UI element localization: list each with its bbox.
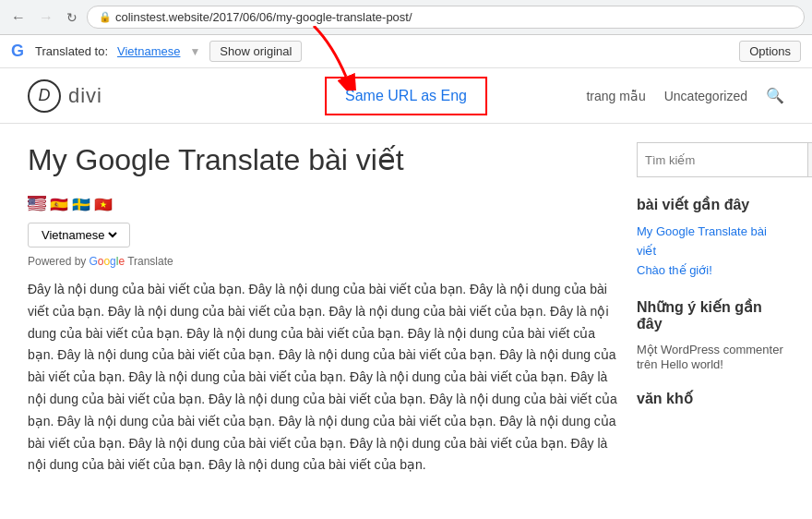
powered-by: Powered by Google Translate [28, 255, 618, 268]
content-area: My Google Translate bài viết 🇺🇸 🇪🇸 🇸🇪 🇻🇳… [28, 142, 618, 477]
recent-post-1[interactable]: My Google Translate bài viết [637, 223, 784, 261]
search-icon[interactable]: 🔍 [766, 87, 784, 104]
archives-title: văn khố [637, 390, 784, 407]
back-button[interactable]: ← [7, 7, 30, 28]
address-bar[interactable]: 🔒 colinstest.website/2017/06/06/my-googl… [87, 6, 805, 29]
translate-bar: G Translated to: Vietnamese ▼ Show origi… [0, 35, 812, 68]
powered-label: Powered by [28, 255, 86, 268]
sidebar-search-box: Tìm kiếm [637, 142, 784, 177]
site-header: D divi Same URL as Eng trang mẫu Uncateg… [0, 68, 812, 124]
archives-section: văn khố [637, 390, 784, 407]
forward-button[interactable]: → [35, 7, 57, 28]
google-brand-g: Google [89, 255, 125, 268]
recent-posts-title: bài viết gần đây [637, 196, 784, 213]
nav-trang-mau[interactable]: trang mẫu [586, 89, 645, 103]
logo-icon: D [28, 79, 61, 113]
options-button[interactable]: Options [739, 41, 801, 62]
nav-right: trang mẫu Uncategorized 🔍 [586, 87, 784, 104]
translate-label: Translate [127, 255, 173, 268]
language-selector[interactable]: Vietnamese English [38, 227, 120, 243]
sidebar: Tìm kiếm bài viết gần đây My Google Tran… [637, 142, 784, 477]
sidebar-search-button[interactable]: Tìm kiếm [808, 142, 812, 177]
logo-letter: D [39, 86, 51, 105]
flag-row: 🇺🇸 🇪🇸 🇸🇪 🇻🇳 [28, 196, 618, 209]
google-logo: G [11, 42, 24, 61]
dropdown-icon: ▼ [189, 45, 200, 58]
logo-area: D divi [28, 79, 102, 113]
browser-chrome: ← → ↻ 🔒 colinstest.website/2017/06/06/my… [0, 0, 812, 35]
translated-label: Translated to: [35, 44, 108, 58]
refresh-button[interactable]: ↻ [63, 8, 81, 27]
post-title: My Google Translate bài viết [28, 142, 618, 177]
recent-comments-title: Những ý kiến gần đây [637, 298, 784, 332]
post-body: Đây là nội dung của bài viết của bạn. Đâ… [28, 279, 618, 477]
recent-post-2[interactable]: Chào thế giới! [637, 261, 784, 281]
recent-comment-text: Một WordPress commenter trên Hello world… [637, 343, 783, 371]
main-content: My Google Translate bài viết 🇺🇸 🇪🇸 🇸🇪 🇻🇳… [0, 124, 812, 495]
recent-posts-section: bài viết gần đây My Google Translate bài… [637, 196, 784, 280]
same-url-annotation: Same URL as Eng [325, 77, 487, 115]
flag-vn[interactable]: 🇻🇳 [94, 196, 113, 209]
flag-us[interactable]: 🇺🇸 [28, 196, 46, 209]
language-link[interactable]: Vietnamese [117, 44, 180, 58]
nav-uncategorized[interactable]: Uncategorized [664, 89, 747, 103]
recent-comments-section: Những ý kiến gần đây Một WordPress comme… [637, 298, 784, 371]
same-url-box: Same URL as Eng [325, 77, 487, 115]
sidebar-search-input[interactable] [637, 142, 808, 177]
flag-se[interactable]: 🇸🇪 [72, 196, 90, 209]
url-text: colinstest.website/2017/06/06/my-google-… [115, 10, 412, 24]
show-original-button[interactable]: Show original [209, 41, 302, 62]
logo-name: divi [68, 84, 102, 108]
lock-icon: 🔒 [99, 11, 112, 23]
flag-es[interactable]: 🇪🇸 [50, 196, 68, 209]
translate-widget: Vietnamese English [28, 223, 130, 247]
browser-toolbar: ← → ↻ 🔒 colinstest.website/2017/06/06/my… [0, 0, 812, 34]
same-url-text: Same URL as Eng [345, 88, 467, 103]
